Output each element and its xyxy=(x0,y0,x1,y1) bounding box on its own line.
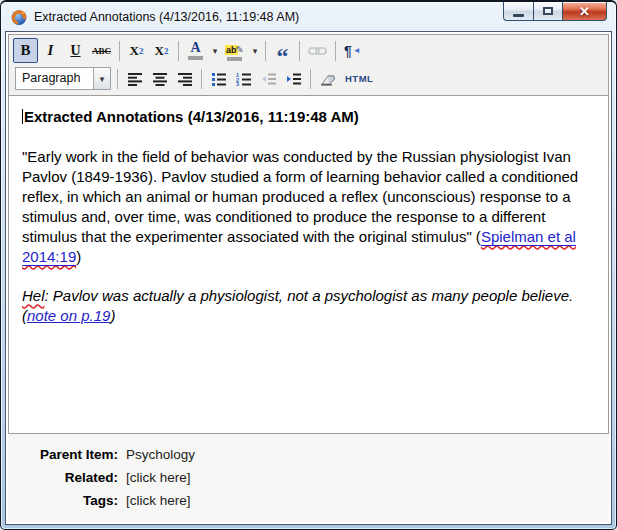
close-icon: ✕ xyxy=(579,5,590,18)
font-color-dropdown[interactable]: ▾ xyxy=(208,38,221,63)
maximize-button[interactable] xyxy=(533,2,562,21)
numbered-list-icon: 1 2 3 xyxy=(236,72,252,86)
maximize-icon xyxy=(543,7,553,15)
toolbar-row-1: B I U ABC X2 X2 A xyxy=(9,35,608,66)
align-right-button[interactable] xyxy=(172,66,197,91)
outdent-icon xyxy=(261,72,277,86)
align-center-button[interactable] xyxy=(147,66,172,91)
numbered-list-button[interactable]: 1 2 3 xyxy=(231,66,256,91)
close-button[interactable]: ✕ xyxy=(562,2,607,21)
toolbar-separator xyxy=(201,69,202,89)
indent-button[interactable] xyxy=(281,66,306,91)
format-select-value: Paragraph xyxy=(16,68,93,89)
tags-row: Tags: [click here] xyxy=(8,489,609,512)
toolbar-separator xyxy=(335,41,336,61)
italic-button[interactable]: I xyxy=(38,38,63,63)
align-center-icon xyxy=(152,72,168,86)
related-row: Related: [click here] xyxy=(8,466,609,489)
tags-value[interactable]: [click here] xyxy=(126,493,191,508)
font-color-button[interactable]: A xyxy=(183,38,208,63)
blockquote-button[interactable]: “ xyxy=(270,38,295,63)
related-value[interactable]: [click here] xyxy=(126,470,191,485)
note-content-area[interactable]: Extracted Annotations (4/13/2016, 11:19:… xyxy=(9,95,608,433)
align-left-button[interactable] xyxy=(122,66,147,91)
format-select-arrow[interactable]: ▾ xyxy=(93,68,110,89)
chevron-down-icon: ▾ xyxy=(100,74,105,84)
minimize-icon xyxy=(513,14,524,17)
parent-item-row: Parent Item: Psychology xyxy=(8,443,609,466)
indent-icon xyxy=(286,72,302,86)
parent-item-value[interactable]: Psychology xyxy=(126,447,195,462)
svg-text:3: 3 xyxy=(236,81,239,86)
related-label: Related: xyxy=(8,470,118,485)
insert-link-button xyxy=(304,38,331,63)
metadata-panel: Parent Item: Psychology Related: [click … xyxy=(8,434,609,522)
html-button[interactable]: HTML xyxy=(341,66,377,91)
blockquote-icon: “ xyxy=(276,49,288,63)
note-editor-window: Extracted Annotations (4/13/2016, 11:19:… xyxy=(0,0,617,530)
toolbar-row-2: Paragraph ▾ xyxy=(9,66,608,95)
tags-label: Tags: xyxy=(8,493,118,508)
note-heading: Extracted Annotations (4/13/2016, 11:19:… xyxy=(22,107,595,127)
left-triangle-icon: ◄ xyxy=(353,46,361,55)
chevron-down-icon: ▾ xyxy=(253,46,258,56)
highlight-button[interactable]: ab✎ xyxy=(221,38,248,63)
caption-buttons: ✕ xyxy=(503,2,607,21)
bullet-list-icon xyxy=(211,72,227,86)
annotation-note-link[interactable]: note on p.19 xyxy=(27,307,110,324)
format-select[interactable]: Paragraph ▾ xyxy=(15,67,111,90)
bullet-list-button[interactable] xyxy=(206,66,231,91)
bold-button[interactable]: B xyxy=(13,38,38,63)
firefox-icon xyxy=(10,8,28,26)
toolbar-separator xyxy=(299,41,300,61)
toolbar-separator xyxy=(178,41,179,61)
pen-icon: ✎ xyxy=(236,44,244,55)
link-icon xyxy=(308,45,327,57)
spellcheck-underline: Hel xyxy=(22,287,45,304)
highlight-color-bar xyxy=(227,57,242,61)
chevron-down-icon: ▾ xyxy=(213,46,218,56)
align-right-icon xyxy=(177,72,193,86)
toolbar-separator xyxy=(117,69,118,89)
note-editor: B I U ABC X2 X2 A xyxy=(8,34,609,434)
underline-button[interactable]: U xyxy=(63,38,88,63)
highlight-dropdown[interactable]: ▾ xyxy=(248,38,261,63)
font-color-bar xyxy=(188,56,203,60)
toolbar-separator xyxy=(265,41,266,61)
parent-item-label: Parent Item: xyxy=(8,447,118,462)
strikethrough-button[interactable]: ABC xyxy=(88,38,115,63)
text-cursor xyxy=(22,109,23,124)
eraser-icon xyxy=(319,72,337,86)
minimize-button[interactable] xyxy=(503,2,533,21)
pilcrow-icon: ¶ xyxy=(344,43,352,59)
subscript-button[interactable]: X2 xyxy=(124,38,149,63)
align-left-icon xyxy=(127,72,143,86)
toolbar-separator xyxy=(310,69,311,89)
window-title: Extracted Annotations (4/13/2016, 11:19:… xyxy=(34,10,299,24)
client-area: B I U ABC X2 X2 A xyxy=(5,31,612,525)
outdent-button xyxy=(256,66,281,91)
note-paragraph-2: Hel: Pavlov was actually a physiologist,… xyxy=(22,286,595,326)
remove-format-button[interactable] xyxy=(315,66,341,91)
superscript-button[interactable]: X2 xyxy=(149,38,174,63)
toolbar-separator xyxy=(119,41,120,61)
paragraph-marks-button[interactable]: ¶◄ xyxy=(340,38,365,63)
note-paragraph-1: "Early work in the field of behavior was… xyxy=(22,147,595,267)
